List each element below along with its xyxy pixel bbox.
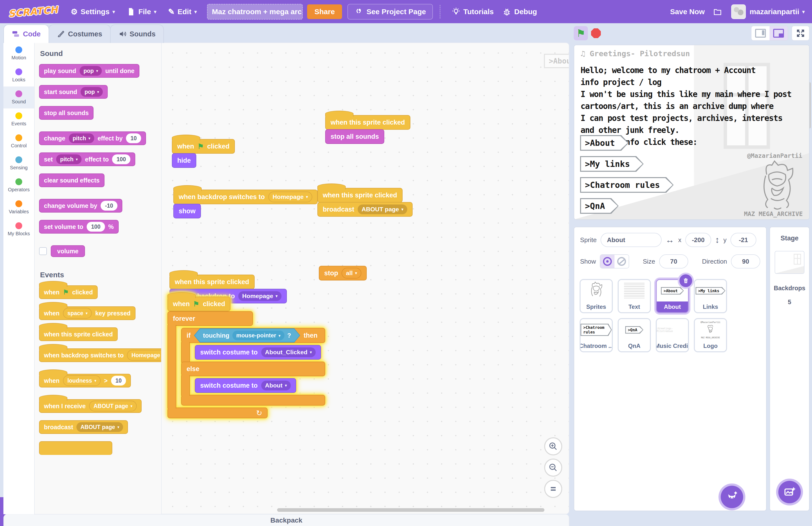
share-button[interactable]: Share — [307, 4, 342, 19]
hat-block[interactable]: when this sprite clicked — [170, 274, 255, 289]
project-title-input[interactable]: Maz chatroom + mega arc... — [207, 4, 303, 19]
block-dropdown[interactable]: Homepage▾ — [268, 191, 313, 202]
hat-block[interactable]: when backdrop switches toHomepage▾ — [173, 189, 318, 204]
tab-sounds[interactable]: Sounds — [110, 25, 164, 43]
y-input[interactable]: -21 — [730, 233, 756, 247]
block-dropdown[interactable]: About▾ — [261, 381, 291, 390]
file-menu[interactable]: File ▾ — [121, 0, 162, 23]
sprite-card-about[interactable]: >AboutAbout — [656, 279, 689, 313]
see-project-page-button[interactable]: See Project Page — [347, 4, 433, 19]
block-number-input[interactable]: 10 — [126, 133, 141, 143]
sprite-card-music-credit[interactable]: ♪Greetings- PilotredsunMusic Credit — [656, 318, 689, 352]
category-control[interactable]: Control — [3, 130, 34, 153]
stage-nav-button[interactable]: >Chatroom rules — [580, 177, 673, 193]
category-sound[interactable]: Sound — [3, 86, 34, 109]
block-dropdown[interactable]: pitch▾ — [56, 154, 82, 164]
block-dropdown[interactable]: pop▾ — [79, 66, 102, 76]
add-sprite-button[interactable] — [721, 486, 743, 508]
size-input[interactable]: 70 — [659, 254, 688, 269]
script[interactable]: when⚑clickedforeveriftouchingmouse-point… — [168, 292, 325, 418]
script[interactable]: when backdrop switches toHomepage▾show — [173, 185, 318, 218]
stop-button[interactable] — [589, 26, 603, 40]
block-dropdown[interactable]: ABOUT page▾ — [89, 401, 137, 411]
hat-block[interactable]: when⚑clicked — [172, 139, 235, 154]
account-menu[interactable]: mazarianpartii ▾ — [750, 0, 812, 23]
category-motion[interactable]: Motion — [3, 43, 34, 65]
stack-block[interactable]: show — [173, 204, 201, 218]
zoom-in-button[interactable] — [544, 437, 562, 455]
tutorials-menu[interactable]: Tutorials — [447, 0, 498, 23]
canvas-horizontal-scrollbar[interactable] — [277, 508, 545, 512]
hat-block[interactable]: whenloudness▾>10 — [39, 374, 131, 387]
block-dropdown[interactable]: ABOUT page▾ — [76, 422, 123, 432]
c-block[interactable]: foreveriftouchingmouse-pointer▾?thenswit… — [168, 311, 325, 418]
sprite-card-links[interactable]: >My linksLinks — [694, 279, 727, 313]
stack-block[interactable]: broadcastABOUT page▾ — [317, 202, 412, 217]
x-input[interactable]: -200 — [685, 233, 711, 247]
script[interactable]: stopall▾ — [319, 266, 367, 281]
clipped-block[interactable] — [39, 441, 112, 455]
backdrop-thumbnail[interactable] — [775, 251, 804, 274]
category-sensing[interactable]: Sensing — [3, 153, 34, 174]
sprite-card-chatroom-[interactable]: >Chatroom rulesChatroom ... — [580, 318, 613, 352]
stage-nav-button[interactable]: >QnA — [580, 198, 619, 214]
stage-nav-button[interactable]: >About — [580, 135, 629, 151]
edit-menu[interactable]: ✎ Edit ▾ — [162, 0, 203, 23]
debug-menu[interactable]: Debug — [498, 0, 541, 23]
block-dropdown[interactable]: loudness▾ — [63, 375, 101, 386]
hat-block[interactable]: when⚑clicked — [39, 285, 98, 299]
block-dropdown[interactable]: Homepage▾ — [127, 350, 162, 360]
sprite-card-logo[interactable]: @MazarianPartiiMAZ MEGA_ARCHIVELogo — [694, 318, 727, 352]
script[interactable]: when⚑clickedhide — [172, 134, 235, 168]
category-events[interactable]: Events — [3, 109, 34, 130]
stack-block[interactable]: hide — [172, 153, 196, 168]
stack-block[interactable]: play soundpop▾until done — [39, 64, 140, 78]
add-backdrop-button[interactable] — [778, 481, 801, 503]
fullscreen-button[interactable] — [792, 26, 810, 41]
settings-menu[interactable]: ⚙ Settings ▾ — [65, 0, 121, 23]
c-block-label[interactable]: forever — [168, 311, 253, 326]
zoom-out-button[interactable] — [544, 458, 562, 477]
tab-code[interactable]: Code — [3, 25, 49, 43]
hat-block[interactable]: when this sprite clicked — [39, 327, 118, 341]
zoom-reset-button[interactable] — [544, 480, 562, 498]
stack-block[interactable]: setpitch▾effect to100 — [39, 153, 135, 166]
avatar[interactable] — [731, 4, 746, 19]
stack-block[interactable]: stopall▾ — [319, 266, 367, 281]
stack-block[interactable]: broadcastABOUT page▾ — [39, 420, 128, 434]
hat-block[interactable]: when this sprite clicked — [325, 115, 410, 130]
stack-block[interactable]: switch costume toAbout_Clicked▾ — [195, 345, 321, 360]
block-dropdown[interactable]: pop▾ — [81, 87, 103, 97]
else-row[interactable]: else — [181, 361, 325, 376]
scratch-logo[interactable]: SCRATCH — [8, 4, 58, 19]
block-dropdown[interactable]: mouse-pointer▾ — [232, 330, 285, 340]
hat-block[interactable]: when⚑clicked — [168, 297, 231, 311]
if-row[interactable]: iftouchingmouse-pointer▾?then — [181, 328, 325, 343]
show-visible-button[interactable] — [600, 255, 614, 268]
hat-block[interactable]: whenspace▾key pressed — [39, 307, 135, 320]
hat-block[interactable]: when backdrop switches toHomepage▾ — [39, 349, 162, 362]
stage-nav-button[interactable]: >My links — [580, 156, 643, 172]
category-looks[interactable]: Looks — [3, 65, 34, 86]
block-dropdown[interactable]: pitch▾ — [69, 133, 94, 143]
reporter-block[interactable]: volume — [51, 245, 85, 257]
block-number-input[interactable]: -10 — [101, 201, 117, 211]
stack-block[interactable]: stop all sounds — [325, 129, 384, 144]
stack-block[interactable]: switch costume toAbout▾ — [195, 378, 296, 393]
green-flag-button[interactable]: ⚑ — [574, 26, 588, 40]
block-dropdown[interactable]: all▾ — [342, 268, 361, 279]
category-my-blocks[interactable]: My Blocks — [3, 218, 34, 240]
stack-block[interactable]: start soundpop▾ — [39, 85, 108, 99]
block-dropdown[interactable]: space▾ — [63, 308, 92, 318]
delete-sprite-button[interactable] — [678, 273, 694, 289]
my-stuff-button[interactable] — [711, 0, 724, 23]
block-number-input[interactable]: 100 — [112, 154, 130, 164]
hat-block[interactable]: when I receiveABOUT page▾ — [39, 399, 142, 413]
sprite-card-text[interactable]: Text — [618, 279, 651, 313]
category-variables[interactable]: Variables — [3, 196, 34, 218]
hat-block[interactable]: when this sprite clicked — [317, 188, 403, 202]
stage-selector-panel[interactable]: Stage Backdrops 5 — [769, 227, 810, 511]
script[interactable]: when this sprite clickedstop all sounds — [325, 110, 410, 144]
category-operators[interactable]: Operators — [3, 174, 34, 196]
stage[interactable]: ♫ Greetings- Pilotredsun Hello; welcome … — [574, 45, 810, 220]
